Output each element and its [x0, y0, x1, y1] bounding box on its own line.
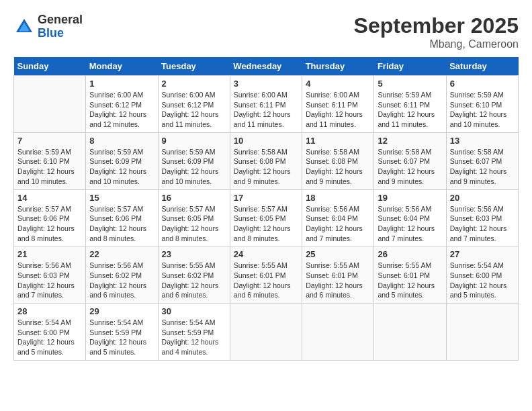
day-info: Sunrise: 5:56 AMSunset: 6:02 PMDaylight:… [89, 261, 154, 300]
logo-text: General Blue [38, 13, 83, 40]
day-number: 27 [450, 249, 515, 259]
day-of-week-header: Wednesday [230, 57, 302, 76]
day-number: 25 [306, 249, 370, 259]
day-number: 1 [89, 79, 154, 89]
day-of-week-header: Sunday [14, 57, 86, 76]
calendar-week-row: 1Sunrise: 6:00 AMSunset: 6:12 PMDaylight… [14, 76, 519, 133]
calendar-cell: 4Sunrise: 6:00 AMSunset: 6:11 PMDaylight… [302, 76, 374, 133]
day-number: 6 [450, 79, 515, 89]
calendar-header-row: SundayMondayTuesdayWednesdayThursdayFrid… [14, 57, 519, 76]
page-header: General Blue September 2025 Mbang, Camer… [13, 13, 519, 50]
calendar-cell: 19Sunrise: 5:56 AMSunset: 6:04 PMDayligh… [374, 189, 446, 246]
calendar-cell: 10Sunrise: 5:58 AMSunset: 6:08 PMDayligh… [230, 132, 302, 189]
day-info: Sunrise: 5:57 AMSunset: 6:06 PMDaylight:… [17, 204, 82, 244]
day-info: Sunrise: 5:54 AMSunset: 5:59 PMDaylight:… [162, 318, 226, 357]
day-info: Sunrise: 5:55 AMSunset: 6:01 PMDaylight:… [234, 261, 298, 300]
day-number: 7 [17, 136, 82, 146]
day-number: 14 [17, 193, 82, 203]
day-of-week-header: Tuesday [158, 57, 230, 76]
day-number: 20 [450, 193, 515, 203]
day-info: Sunrise: 6:00 AMSunset: 6:11 PMDaylight:… [306, 90, 370, 130]
day-info: Sunrise: 5:59 AMSunset: 6:09 PMDaylight:… [162, 147, 226, 187]
day-of-week-header: Monday [86, 57, 158, 76]
calendar-cell: 29Sunrise: 5:54 AMSunset: 5:59 PMDayligh… [86, 304, 158, 361]
calendar-cell: 18Sunrise: 5:56 AMSunset: 6:04 PMDayligh… [302, 189, 374, 246]
calendar-cell: 14Sunrise: 5:57 AMSunset: 6:06 PMDayligh… [14, 189, 86, 246]
calendar-cell: 26Sunrise: 5:55 AMSunset: 6:01 PMDayligh… [374, 246, 446, 304]
day-number: 15 [89, 193, 154, 203]
calendar-cell [230, 304, 302, 361]
day-info: Sunrise: 5:56 AMSunset: 6:03 PMDaylight:… [17, 261, 82, 300]
day-number: 3 [234, 79, 298, 89]
day-number: 28 [17, 306, 82, 316]
calendar-cell: 6Sunrise: 5:59 AMSunset: 6:10 PMDaylight… [446, 76, 518, 133]
day-info: Sunrise: 5:57 AMSunset: 6:05 PMDaylight:… [162, 204, 226, 244]
day-number: 30 [162, 306, 226, 316]
calendar-cell: 17Sunrise: 5:57 AMSunset: 6:05 PMDayligh… [230, 189, 302, 246]
day-info: Sunrise: 5:54 AMSunset: 6:00 PMDaylight:… [17, 318, 82, 357]
day-info: Sunrise: 5:54 AMSunset: 5:59 PMDaylight:… [89, 318, 154, 357]
calendar-cell: 20Sunrise: 5:56 AMSunset: 6:03 PMDayligh… [446, 189, 518, 246]
calendar-cell: 23Sunrise: 5:55 AMSunset: 6:02 PMDayligh… [158, 246, 230, 304]
day-info: Sunrise: 5:58 AMSunset: 6:08 PMDaylight:… [306, 147, 370, 187]
day-info: Sunrise: 5:56 AMSunset: 6:04 PMDaylight:… [378, 204, 442, 244]
calendar-cell: 15Sunrise: 5:57 AMSunset: 6:06 PMDayligh… [86, 189, 158, 246]
day-info: Sunrise: 5:56 AMSunset: 6:04 PMDaylight:… [306, 204, 370, 244]
day-of-week-header: Saturday [446, 57, 518, 76]
day-number: 13 [450, 136, 515, 146]
day-number: 9 [162, 136, 226, 146]
calendar-cell: 27Sunrise: 5:54 AMSunset: 6:00 PMDayligh… [446, 246, 518, 304]
day-info: Sunrise: 5:59 AMSunset: 6:11 PMDaylight:… [378, 90, 442, 130]
calendar-cell: 1Sunrise: 6:00 AMSunset: 6:12 PMDaylight… [86, 76, 158, 133]
day-number: 18 [306, 193, 370, 203]
calendar-cell: 8Sunrise: 5:59 AMSunset: 6:09 PMDaylight… [86, 132, 158, 189]
day-info: Sunrise: 5:59 AMSunset: 6:10 PMDaylight:… [17, 147, 82, 187]
calendar-cell: 25Sunrise: 5:55 AMSunset: 6:01 PMDayligh… [302, 246, 374, 304]
calendar-week-row: 21Sunrise: 5:56 AMSunset: 6:03 PMDayligh… [14, 246, 519, 304]
calendar-cell: 5Sunrise: 5:59 AMSunset: 6:11 PMDaylight… [374, 76, 446, 133]
day-of-week-header: Thursday [302, 57, 374, 76]
calendar-week-row: 14Sunrise: 5:57 AMSunset: 6:06 PMDayligh… [14, 189, 519, 246]
day-number: 19 [378, 193, 442, 203]
day-number: 26 [378, 249, 442, 259]
calendar-cell: 3Sunrise: 6:00 AMSunset: 6:11 PMDaylight… [230, 76, 302, 133]
day-info: Sunrise: 5:55 AMSunset: 6:02 PMDaylight:… [162, 261, 226, 300]
calendar-cell: 2Sunrise: 6:00 AMSunset: 6:12 PMDaylight… [158, 76, 230, 133]
day-info: Sunrise: 5:54 AMSunset: 6:00 PMDaylight:… [450, 261, 515, 300]
day-info: Sunrise: 5:57 AMSunset: 6:05 PMDaylight:… [234, 204, 298, 244]
day-number: 4 [306, 79, 370, 89]
calendar-cell: 28Sunrise: 5:54 AMSunset: 6:00 PMDayligh… [14, 304, 86, 361]
calendar-cell: 22Sunrise: 5:56 AMSunset: 6:02 PMDayligh… [86, 246, 158, 304]
title-block: September 2025 Mbang, Cameroon [354, 13, 519, 50]
day-number: 21 [17, 249, 82, 259]
calendar-week-row: 7Sunrise: 5:59 AMSunset: 6:10 PMDaylight… [14, 132, 519, 189]
day-info: Sunrise: 5:55 AMSunset: 6:01 PMDaylight:… [378, 261, 442, 300]
calendar-cell: 21Sunrise: 5:56 AMSunset: 6:03 PMDayligh… [14, 246, 86, 304]
day-info: Sunrise: 5:56 AMSunset: 6:03 PMDaylight:… [450, 204, 515, 244]
location: Mbang, Cameroon [354, 38, 519, 50]
day-number: 23 [162, 249, 226, 259]
day-number: 5 [378, 79, 442, 89]
day-info: Sunrise: 5:59 AMSunset: 6:10 PMDaylight:… [450, 90, 515, 130]
day-number: 16 [162, 193, 226, 203]
calendar-cell [302, 304, 374, 361]
day-info: Sunrise: 6:00 AMSunset: 6:12 PMDaylight:… [89, 90, 154, 130]
day-of-week-header: Friday [374, 57, 446, 76]
day-number: 8 [89, 136, 154, 146]
month-title: September 2025 [354, 13, 519, 38]
calendar-cell: 11Sunrise: 5:58 AMSunset: 6:08 PMDayligh… [302, 132, 374, 189]
day-info: Sunrise: 5:58 AMSunset: 6:07 PMDaylight:… [450, 147, 515, 187]
day-number: 22 [89, 249, 154, 259]
calendar-cell: 24Sunrise: 5:55 AMSunset: 6:01 PMDayligh… [230, 246, 302, 304]
day-number: 12 [378, 136, 442, 146]
calendar-cell: 9Sunrise: 5:59 AMSunset: 6:09 PMDaylight… [158, 132, 230, 189]
calendar-cell: 12Sunrise: 5:58 AMSunset: 6:07 PMDayligh… [374, 132, 446, 189]
calendar-table: SundayMondayTuesdayWednesdayThursdayFrid… [13, 57, 519, 361]
calendar-cell: 13Sunrise: 5:58 AMSunset: 6:07 PMDayligh… [446, 132, 518, 189]
day-number: 2 [162, 79, 226, 89]
logo-icon [13, 16, 35, 38]
calendar-cell [446, 304, 518, 361]
calendar-cell [374, 304, 446, 361]
calendar-cell: 16Sunrise: 5:57 AMSunset: 6:05 PMDayligh… [158, 189, 230, 246]
day-info: Sunrise: 6:00 AMSunset: 6:11 PMDaylight:… [234, 90, 298, 130]
